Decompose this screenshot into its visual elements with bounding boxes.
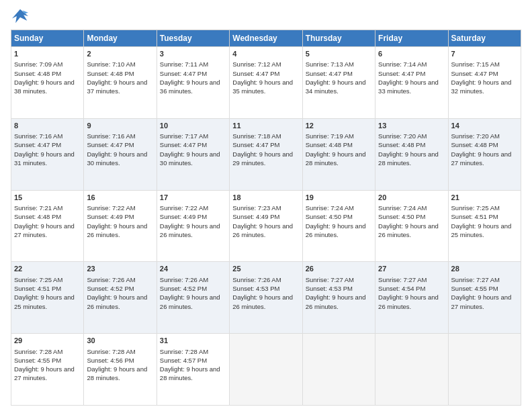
sunset-label: Sunset: 4:48 PM xyxy=(14,213,61,220)
sunset-label: Sunset: 4:55 PM xyxy=(451,285,498,292)
sunset-label: Sunset: 4:50 PM xyxy=(378,213,425,220)
daylight-label: Daylight: 9 hours and 27 minutes. xyxy=(14,365,75,381)
daylight-label: Daylight: 9 hours and 26 minutes. xyxy=(306,222,366,238)
sunrise-label: Sunrise: 7:27 AM xyxy=(451,276,500,283)
sunset-label: Sunset: 4:57 PM xyxy=(160,357,207,364)
sunset-label: Sunset: 4:48 PM xyxy=(14,70,61,77)
day-number: 29 xyxy=(14,336,81,346)
sunset-label: Sunset: 4:51 PM xyxy=(451,213,498,220)
day-number: 21 xyxy=(451,193,518,203)
logo xyxy=(11,8,32,24)
day-number: 11 xyxy=(232,121,299,131)
sunrise-label: Sunrise: 7:28 AM xyxy=(14,348,62,355)
day-number: 12 xyxy=(306,121,372,131)
sunset-label: Sunset: 4:48 PM xyxy=(306,141,353,148)
calendar-cell: 21 Sunrise: 7:25 AM Sunset: 4:51 PM Dayl… xyxy=(448,190,521,262)
day-number: 31 xyxy=(160,336,226,346)
daylight-label: Daylight: 9 hours and 26 minutes. xyxy=(378,222,439,238)
sunrise-label: Sunrise: 7:09 AM xyxy=(14,60,62,68)
header xyxy=(11,8,521,24)
calendar-cell xyxy=(375,334,448,406)
calendar-cell xyxy=(302,334,375,406)
day-number: 26 xyxy=(306,264,372,274)
daylight-label: Daylight: 9 hours and 26 minutes. xyxy=(160,293,220,310)
calendar-cell: 1 Sunrise: 7:09 AM Sunset: 4:48 PM Dayli… xyxy=(11,47,84,119)
daylight-label: Daylight: 9 hours and 36 minutes. xyxy=(160,79,220,95)
day-number: 10 xyxy=(160,121,226,131)
daylight-label: Daylight: 9 hours and 29 minutes. xyxy=(232,150,293,167)
calendar-cell: 5 Sunrise: 7:13 AM Sunset: 4:47 PM Dayli… xyxy=(302,47,375,119)
calendar-cell: 19 Sunrise: 7:24 AM Sunset: 4:50 PM Dayl… xyxy=(302,190,375,262)
svg-marker-0 xyxy=(12,9,28,24)
sunrise-label: Sunrise: 7:17 AM xyxy=(160,132,208,140)
day-number: 16 xyxy=(87,193,153,203)
sunrise-label: Sunrise: 7:24 AM xyxy=(306,204,354,212)
calendar-cell: 30 Sunrise: 7:28 AM Sunset: 4:56 PM Dayl… xyxy=(84,334,157,406)
day-number: 14 xyxy=(451,121,518,131)
sunrise-label: Sunrise: 7:20 AM xyxy=(378,132,427,140)
daylight-label: Daylight: 9 hours and 38 minutes. xyxy=(14,79,75,95)
sunrise-label: Sunrise: 7:27 AM xyxy=(378,276,427,283)
sunset-label: Sunset: 4:47 PM xyxy=(160,141,207,148)
day-number: 28 xyxy=(451,264,518,274)
sunset-label: Sunset: 4:55 PM xyxy=(14,357,61,364)
calendar-cell: 3 Sunrise: 7:11 AM Sunset: 4:47 PM Dayli… xyxy=(157,47,229,119)
calendar-cell: 12 Sunrise: 7:19 AM Sunset: 4:48 PM Dayl… xyxy=(302,118,375,190)
calendar-week-row: 15 Sunrise: 7:21 AM Sunset: 4:48 PM Dayl… xyxy=(11,190,521,262)
daylight-label: Daylight: 9 hours and 28 minutes. xyxy=(306,150,366,167)
day-number: 24 xyxy=(160,264,226,274)
day-number: 30 xyxy=(87,336,153,346)
calendar-cell: 17 Sunrise: 7:22 AM Sunset: 4:49 PM Dayl… xyxy=(157,190,229,262)
calendar-cell: 26 Sunrise: 7:27 AM Sunset: 4:53 PM Dayl… xyxy=(302,262,375,334)
calendar-cell: 31 Sunrise: 7:28 AM Sunset: 4:57 PM Dayl… xyxy=(157,334,229,406)
sunset-label: Sunset: 4:53 PM xyxy=(232,285,279,292)
calendar-cell: 22 Sunrise: 7:25 AM Sunset: 4:51 PM Dayl… xyxy=(11,262,84,334)
logo-icon xyxy=(11,8,30,24)
day-number: 17 xyxy=(160,193,226,203)
calendar-week-row: 22 Sunrise: 7:25 AM Sunset: 4:51 PM Dayl… xyxy=(11,262,521,334)
calendar-cell xyxy=(230,334,302,406)
sunrise-label: Sunrise: 7:25 AM xyxy=(14,276,62,283)
daylight-label: Daylight: 9 hours and 32 minutes. xyxy=(451,79,512,95)
calendar-week-row: 29 Sunrise: 7:28 AM Sunset: 4:55 PM Dayl… xyxy=(11,334,521,406)
sunrise-label: Sunrise: 7:23 AM xyxy=(232,204,281,212)
day-header: Thursday xyxy=(302,30,375,47)
calendar-cell: 16 Sunrise: 7:22 AM Sunset: 4:49 PM Dayl… xyxy=(84,190,157,262)
calendar-cell: 20 Sunrise: 7:24 AM Sunset: 4:50 PM Dayl… xyxy=(375,190,448,262)
sunset-label: Sunset: 4:47 PM xyxy=(160,70,207,77)
calendar-cell: 25 Sunrise: 7:26 AM Sunset: 4:53 PM Dayl… xyxy=(230,262,302,334)
sunrise-label: Sunrise: 7:26 AM xyxy=(160,276,208,283)
day-number: 20 xyxy=(378,193,445,203)
sunset-label: Sunset: 4:47 PM xyxy=(306,70,353,77)
day-number: 4 xyxy=(232,49,299,59)
daylight-label: Daylight: 9 hours and 28 minutes. xyxy=(160,365,220,381)
sunrise-label: Sunrise: 7:28 AM xyxy=(160,348,208,355)
calendar-cell: 6 Sunrise: 7:14 AM Sunset: 4:47 PM Dayli… xyxy=(375,47,448,119)
calendar-cell: 8 Sunrise: 7:16 AM Sunset: 4:47 PM Dayli… xyxy=(11,118,84,190)
calendar-cell: 9 Sunrise: 7:16 AM Sunset: 4:47 PM Dayli… xyxy=(84,118,157,190)
calendar-cell: 4 Sunrise: 7:12 AM Sunset: 4:47 PM Dayli… xyxy=(230,47,302,119)
sunset-label: Sunset: 4:49 PM xyxy=(87,213,134,220)
sunrise-label: Sunrise: 7:18 AM xyxy=(232,132,281,140)
daylight-label: Daylight: 9 hours and 26 minutes. xyxy=(232,293,293,310)
sunrise-label: Sunrise: 7:12 AM xyxy=(232,60,281,68)
daylight-label: Daylight: 9 hours and 33 minutes. xyxy=(378,79,439,95)
calendar-week-row: 8 Sunrise: 7:16 AM Sunset: 4:47 PM Dayli… xyxy=(11,118,521,190)
day-header: Tuesday xyxy=(157,30,229,47)
sunrise-label: Sunrise: 7:16 AM xyxy=(87,132,135,140)
day-number: 1 xyxy=(14,49,81,59)
sunrise-label: Sunrise: 7:24 AM xyxy=(378,204,427,212)
sunrise-label: Sunrise: 7:15 AM xyxy=(451,60,500,68)
day-header: Friday xyxy=(375,30,448,47)
sunset-label: Sunset: 4:49 PM xyxy=(232,213,279,220)
sunrise-label: Sunrise: 7:20 AM xyxy=(451,132,500,140)
day-header: Wednesday xyxy=(230,30,302,47)
day-number: 2 xyxy=(87,49,153,59)
daylight-label: Daylight: 9 hours and 27 minutes. xyxy=(14,222,75,238)
calendar-table: SundayMondayTuesdayWednesdayThursdayFrid… xyxy=(11,30,521,406)
daylight-label: Daylight: 9 hours and 30 minutes. xyxy=(87,150,147,167)
calendar-cell: 11 Sunrise: 7:18 AM Sunset: 4:47 PM Dayl… xyxy=(230,118,302,190)
sunset-label: Sunset: 4:48 PM xyxy=(378,141,425,148)
sunrise-label: Sunrise: 7:22 AM xyxy=(87,204,135,212)
day-header: Sunday xyxy=(11,30,84,47)
